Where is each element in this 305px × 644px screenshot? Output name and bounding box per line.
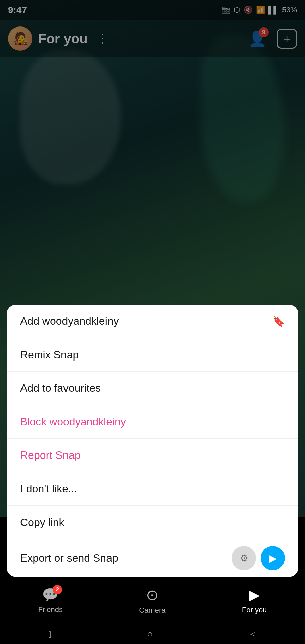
menu-item-add-user[interactable]: Add woodyandkleiny 🔖 [7,305,298,338]
add-user-label: Add woodyandkleiny [20,315,119,327]
camera-label: Camera [139,606,165,615]
friends-badge: 2 [53,585,62,594]
bottom-nav: 💬 2 Friends ⊙ Camera ▶ For you [0,577,305,624]
report-label: Report Snap [20,449,81,462]
nav-item-friends[interactable]: 💬 2 Friends [38,587,63,614]
block-label: Block woodyandkleiny [20,416,126,428]
system-nav: ⫿ ○ ＜ [0,624,305,644]
menu-item-copy-link[interactable]: Copy link [7,506,298,539]
bottom-sheet: Add woodyandkleiny 🔖 Remix Snap Add to f… [7,305,298,577]
menu-item-remix[interactable]: Remix Snap [7,338,298,372]
menu-item-dislike[interactable]: I don't like... [7,472,298,506]
remix-label: Remix Snap [20,348,79,361]
copy-link-label: Copy link [20,516,64,529]
menu-item-block[interactable]: Block woodyandkleiny [7,405,298,439]
send-icon: ▶ [269,552,277,564]
share-button[interactable]: ⚙ [232,546,256,570]
send-button[interactable]: ▶ [261,546,285,570]
bookmark-icon: 🔖 [272,315,285,327]
favourites-label: Add to favourites [20,382,101,394]
system-menu-icon[interactable]: ⫿ [48,629,52,640]
nav-item-camera[interactable]: ⊙ Camera [139,586,165,615]
menu-item-report[interactable]: Report Snap [7,439,298,472]
menu-item-favourites[interactable]: Add to favourites [7,372,298,405]
system-back-icon[interactable]: ＜ [248,628,257,640]
dislike-label: I don't like... [20,483,77,495]
foryou-label: For you [242,606,267,614]
foryou-play-icon: ▶ [249,587,260,603]
action-buttons: ⚙ ▶ [232,546,285,570]
nav-item-foryou[interactable]: ▶ For you [242,587,267,614]
system-home-icon[interactable]: ○ [147,629,153,639]
export-label[interactable]: Export or send Snap [20,552,118,565]
friends-label: Friends [38,605,63,614]
share-icon: ⚙ [240,553,248,564]
camera-icon: ⊙ [146,586,159,603]
sheet-bottom-row: Export or send Snap ⚙ ▶ [7,539,298,570]
